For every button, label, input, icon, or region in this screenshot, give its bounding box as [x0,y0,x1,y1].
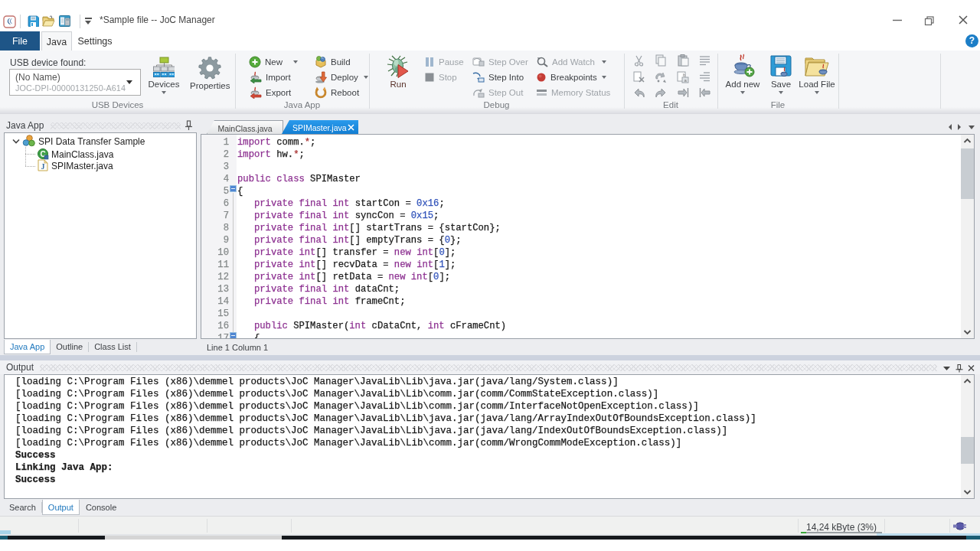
svg-text:J: J [41,162,45,171]
